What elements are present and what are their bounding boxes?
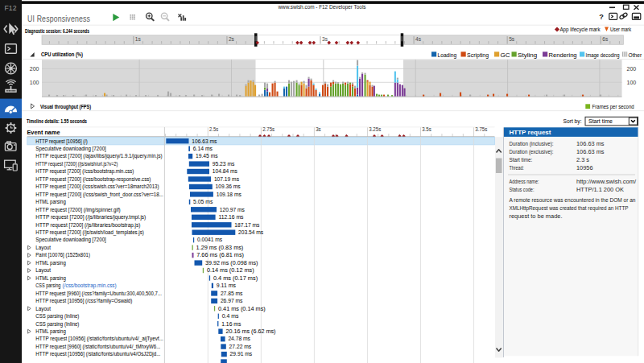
- svg-text:5.05 ms: 5.05 ms: [193, 198, 213, 205]
- svg-text:Duration (inclusive):: Duration (inclusive):: [510, 140, 554, 147]
- svg-text:Address name:: Address name:: [510, 178, 539, 185]
- svg-text:Layout: Layout: [35, 244, 51, 251]
- svg-text:2.3 s: 2.3 s: [576, 156, 589, 163]
- svg-text:HTML parsing: HTML parsing: [35, 198, 66, 205]
- svg-text:Other: Other: [629, 52, 642, 59]
- svg-text:Start time:: Start time:: [510, 156, 533, 163]
- svg-text:HTTP request [10956] (/static/: HTTP request [10956] (/static/fonts/ubun…: [35, 350, 160, 357]
- svg-text:Event name: Event name: [27, 129, 61, 136]
- svg-text:Loading: Loading: [438, 52, 457, 59]
- svg-text:CSS parsing (Inline): CSS parsing (Inline): [35, 320, 79, 328]
- svg-text:Visual throughput (FPS): Visual throughput (FPS): [40, 103, 91, 110]
- svg-text:HTTP request [7200] (/js/swish: HTTP request [7200] (/js/swish/url.js?v=…: [35, 160, 118, 167]
- svg-text:Speculative downloading [7200]: Speculative downloading [7200]: [35, 145, 106, 152]
- svg-text:Diagnostic session: 6.244 seco: Diagnostic session: 6.244 seconds: [25, 27, 89, 35]
- svg-text:26.97 ms: 26.97 ms: [221, 297, 243, 304]
- svg-text:HTML parsing: HTML parsing: [35, 328, 66, 335]
- svg-text:1.29 ms (0.83 ms): 1.29 ms (0.83 ms): [196, 244, 244, 251]
- svg-text:HTTP request: HTTP request: [510, 129, 551, 136]
- svg-text:7.66 ms (6.81 ms): 7.66 ms (6.81 ms): [196, 251, 244, 258]
- svg-text:?: ?: [599, 13, 604, 21]
- svg-text:Styling: Styling: [518, 52, 537, 59]
- svg-text:Image decoding: Image decoding: [586, 52, 620, 59]
- svg-text:GC: GC: [501, 52, 511, 59]
- svg-text:6s: 6s: [602, 36, 609, 42]
- svg-text:187.17 ms: 187.17 ms: [234, 221, 259, 229]
- svg-text:http://www.swish.com/: http://www.swish.com/: [576, 178, 637, 185]
- svg-text:9.11 ms: 9.11 ms: [217, 282, 237, 289]
- svg-text:2.75s: 2.75s: [262, 126, 275, 132]
- svg-text:24.78 ms: 24.78 ms: [228, 335, 250, 342]
- svg-text:HTTP request [7200] (/css/swis: HTTP request [7200] (/css/swish_front_do…: [35, 191, 163, 198]
- svg-text:0.4 ms (0.17 ms): 0.4 ms (0.17 ms): [213, 274, 258, 282]
- svg-text:Layout: Layout: [35, 266, 51, 274]
- svg-text:HTTP request [7200] (/css/boot: HTTP request [7200] (/css/bootstrap-resp…: [35, 175, 151, 183]
- svg-text:29.91 ms: 29.91 ms: [230, 350, 253, 357]
- svg-text:200: 200: [30, 66, 39, 72]
- svg-text:Duration (exclusive):: Duration (exclusive):: [510, 148, 554, 155]
- svg-text:Speculative downloading [7200]: Speculative downloading [7200]: [35, 236, 106, 243]
- svg-text:HTTP request [9960] (/static/f: HTTP request [9960] (/static/fonts/ubunt…: [35, 343, 160, 350]
- svg-text:0.4 ms: 0.4 ms: [222, 312, 239, 320]
- svg-text:Rendering: Rendering: [549, 52, 577, 59]
- svg-text:Sort by:: Sort by:: [564, 118, 582, 125]
- svg-text:3s: 3s: [316, 126, 321, 132]
- svg-text:HTML parsing: HTML parsing: [35, 259, 66, 266]
- svg-text:HTTP request [10956] (/css?fam: HTTP request [10956] (/css?family=Oswald…: [35, 297, 132, 304]
- svg-text:6.14 ms: 6.14 ms: [193, 145, 213, 152]
- svg-text:3.25s: 3.25s: [369, 126, 382, 132]
- svg-text:Paint [10076] (1525x801): Paint [10076] (1525x801): [35, 251, 90, 258]
- svg-text:106.63 ms: 106.63 ms: [576, 148, 605, 155]
- svg-text:2.5s: 2.5s: [209, 126, 219, 132]
- svg-text:CSS parsing: CSS parsing: [35, 282, 60, 289]
- svg-text:120.97 ms: 120.97 ms: [220, 206, 245, 213]
- svg-text:XMLHttpRequest was created tha: XMLHttpRequest was created that required…: [510, 204, 629, 212]
- svg-text:1s: 1s: [135, 36, 142, 42]
- svg-text:HTTP request [7200] (/ajax/lib: HTTP request [7200] (/ajax/libs/jquery/1…: [35, 152, 162, 159]
- svg-text:(/css/bootstrap.min.css): (/css/bootstrap.min.css): [63, 282, 117, 289]
- svg-text:HTTP request [7200] (/img/spin: HTTP request [7200] (/img/spinner.gif): [35, 206, 120, 213]
- svg-text:UI Responsiveness: UI Responsiveness: [27, 14, 90, 23]
- svg-text:www.swish.com - F12 Developer: www.swish.com - F12 Developer Tools: [278, 4, 366, 10]
- svg-text:HTTP request [7200] (/js/libra: HTTP request [7200] (/js/libraries/jquer…: [35, 213, 146, 221]
- svg-text:104.84 ms: 104.84 ms: [213, 167, 237, 175]
- svg-text:1.16 ms: 1.16 ms: [221, 320, 242, 328]
- svg-text:HTTP request [10956] (/static/: HTTP request [10956] (/static/fonts/ubun…: [35, 335, 163, 342]
- svg-text:Frames per second: Frames per second: [592, 103, 634, 110]
- svg-text:A remote resource was encounte: A remote resource was encountered in the…: [510, 196, 636, 204]
- svg-text:100: 100: [627, 80, 637, 85]
- svg-text:10956: 10956: [576, 164, 593, 171]
- svg-text:4s: 4s: [415, 36, 422, 42]
- svg-text:HTTP request [10956] (/): HTTP request [10956] (/): [35, 138, 88, 145]
- svg-text:Thread:: Thread:: [510, 164, 524, 171]
- svg-text:Layout: Layout: [35, 305, 51, 312]
- svg-text:0.0041 ms: 0.0041 ms: [197, 236, 222, 243]
- svg-text:200: 200: [627, 66, 637, 72]
- svg-text:3.75s: 3.75s: [475, 126, 488, 132]
- svg-text:20.16 ms (6.62 ms): 20.16 ms (6.62 ms): [225, 328, 275, 335]
- svg-text:5s: 5s: [509, 36, 515, 42]
- svg-text:109.36 ms: 109.36 ms: [216, 183, 241, 190]
- svg-text:App lifecycle mark: App lifecycle mark: [560, 26, 601, 33]
- svg-text:User mark: User mark: [610, 26, 631, 33]
- svg-text:Start time: Start time: [588, 118, 613, 125]
- svg-text:107.19 ms: 107.19 ms: [214, 175, 239, 183]
- svg-text:HTTP/1.1 200 OK: HTTP/1.1 200 OK: [576, 186, 624, 193]
- svg-text:HTTP request [7200] (/css/swis: HTTP request [7200] (/css/swish.css?ver=…: [35, 183, 159, 190]
- svg-text:27.85 ms: 27.85 ms: [221, 290, 243, 297]
- svg-text:95.23 ms: 95.23 ms: [213, 160, 235, 167]
- svg-text:19.45 ms: 19.45 ms: [196, 152, 218, 159]
- svg-text:109.18 ms: 109.18 ms: [217, 191, 242, 198]
- svg-text:HTTP request [9960] (/css?fami: HTTP request [9960] (/css?family=Ubuntu:…: [35, 290, 162, 297]
- svg-text:HTTP request [7200] (/css/boot: HTTP request [7200] (/css/bootstrap.min.…: [35, 167, 134, 175]
- svg-text:106.63 ms: 106.63 ms: [576, 140, 605, 147]
- svg-text:HTTP request [7200] (/js/libra: HTTP request [7200] (/js/libraries/boots…: [35, 221, 140, 229]
- svg-text:27.22 ms: 27.22 ms: [229, 343, 252, 350]
- svg-text:F12: F12: [5, 4, 17, 12]
- svg-text:Timeline details: 1.55 seconds: Timeline details: 1.55 seconds: [27, 118, 87, 125]
- svg-text:3s: 3s: [322, 36, 328, 42]
- svg-text:request to be made.: request to be made.: [510, 212, 563, 220]
- svg-text:100: 100: [30, 80, 39, 85]
- svg-text:HTTP request [7200] (/js/swish: HTTP request [7200] (/js/swish/load_temp…: [35, 229, 144, 236]
- svg-text:Scripting: Scripting: [467, 52, 489, 59]
